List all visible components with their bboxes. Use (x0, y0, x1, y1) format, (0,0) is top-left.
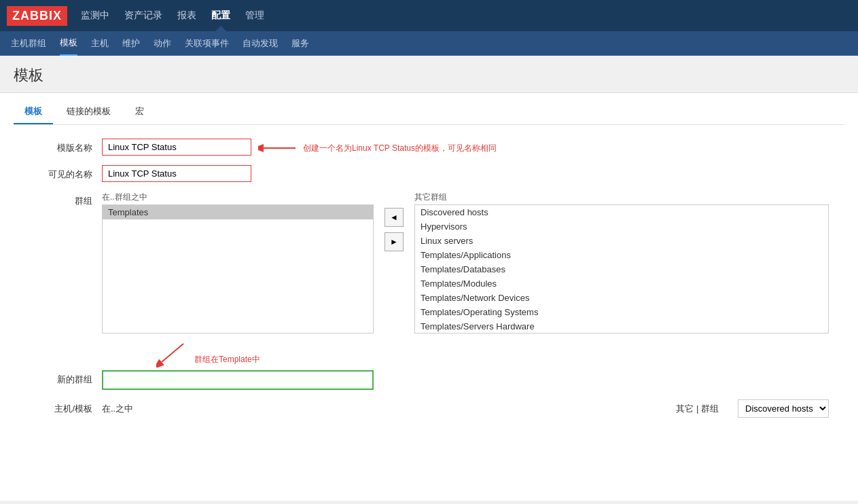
in-group-label: 在..群组之中 (102, 192, 374, 203)
svg-line-3 (162, 344, 183, 362)
in-groups-list[interactable]: Templates (102, 204, 374, 334)
template-name-field: 创建一个名为Linux TCP Status的模板，可见名称相同 (102, 139, 829, 156)
annotation-create-template: 创建一个名为Linux TCP Status的模板，可见名称相同 (303, 143, 497, 154)
right-group-templates-network[interactable]: Templates/Network Devices (415, 291, 828, 305)
right-group-templates-apps[interactable]: Templates/Applications (415, 248, 828, 262)
tab-template[interactable]: 模板 (14, 100, 53, 124)
host-template-field: 在..之中 其它 | 群组 Discovered hosts Hyperviso… (102, 399, 829, 418)
nav-assets[interactable]: 资产记录 (124, 10, 162, 22)
new-group-field (102, 370, 374, 390)
annotation-group-template: 群组在Template中 (194, 354, 260, 365)
secnav-templates[interactable]: 模板 (60, 31, 77, 56)
tab-linked-templates[interactable]: 链接的模板 (56, 100, 122, 124)
host-template-label: 主机/模板 (14, 399, 102, 415)
secnav-correlation[interactable]: 关联项事件 (185, 32, 229, 55)
other-group-dropdown[interactable]: Discovered hosts Hypervisors Linux serve… (738, 399, 829, 418)
template-name-label: 模版名称 (14, 139, 102, 154)
visible-name-input[interactable] (102, 165, 251, 182)
tab-macros[interactable]: 宏 (124, 100, 155, 124)
group-list-item-templates[interactable]: Templates (103, 205, 373, 219)
tab-bar: 模板 链接的模板 宏 (14, 93, 844, 125)
group-transfer-buttons: ◄ ► (385, 192, 404, 251)
page-title: 模板 (14, 65, 844, 86)
other-label: 其它 | 群组 (676, 403, 724, 415)
host-template-row: 主机/模板 在..之中 其它 | 群组 Discovered hosts Hyp… (14, 399, 829, 418)
visible-name-row: 可见的名称 (14, 165, 829, 182)
other-group-label: 其它群组 (414, 192, 829, 203)
right-group-templates-os[interactable]: Templates/Operating Systems (415, 305, 828, 319)
new-group-label: 新的群组 (14, 370, 102, 386)
template-name-input[interactable] (102, 139, 251, 156)
page-header: 模板 (0, 56, 858, 93)
new-group-input[interactable] (102, 370, 374, 390)
move-right-button[interactable]: ► (385, 232, 404, 251)
visible-name-label: 可见的名称 (14, 165, 102, 181)
top-navigation: ZABBIX 监测中 资产记录 报表 配置 管理 (0, 0, 858, 31)
in-label: 在..之中 (102, 403, 133, 415)
red-arrow-group-annotation (156, 340, 190, 367)
secnav-maintenance[interactable]: 维护 (122, 32, 140, 55)
secnav-services[interactable]: 服务 (291, 32, 309, 55)
right-group-discovered[interactable]: Discovered hosts (415, 205, 828, 219)
move-left-button[interactable]: ◄ (385, 208, 404, 227)
right-group-templates-servers[interactable]: Templates/Servers Hardware (415, 319, 828, 334)
secnav-hostgroups[interactable]: 主机群组 (11, 32, 46, 55)
other-groups-list[interactable]: Discovered hosts Hypervisors Linux serve… (414, 204, 829, 334)
secondary-navigation: 主机群组 模板 主机 维护 动作 关联项事件 自动发现 服务 (0, 31, 858, 56)
nav-monitoring[interactable]: 监测中 (81, 10, 109, 22)
new-group-row: 新的群组 (14, 370, 829, 390)
group-label: 群组 (14, 192, 102, 207)
form: 模版名称 创建一个名为Linux TCP Status的模板，可见名称相同 (14, 139, 829, 418)
right-group-templates-modules[interactable]: Templates/Modules (415, 276, 828, 291)
nav-config[interactable]: 配置 (211, 10, 230, 22)
secnav-autodiscovery[interactable]: 自动发现 (243, 32, 278, 55)
right-group-hypervisors[interactable]: Hypervisors (415, 219, 828, 234)
visible-name-field (102, 165, 829, 182)
right-group-templates-db[interactable]: Templates/Databases (415, 262, 828, 276)
content-area: 模板 链接的模板 宏 模版名称 (0, 93, 858, 501)
groups-row: 群组 在..群组之中 Templates (14, 192, 829, 334)
top-nav-items: 监测中 资产记录 报表 配置 管理 (81, 10, 279, 22)
nav-reports[interactable]: 报表 (177, 10, 196, 22)
red-arrow-annotation (258, 141, 299, 155)
logo: ZABBIX (7, 6, 67, 26)
secnav-hosts[interactable]: 主机 (91, 32, 109, 55)
template-name-row: 模版名称 创建一个名为Linux TCP Status的模板，可见名称相同 (14, 139, 829, 156)
secnav-actions[interactable]: 动作 (154, 32, 171, 55)
groups-field: 在..群组之中 Templates (102, 192, 829, 334)
right-group-linux[interactable]: Linux servers (415, 234, 828, 248)
nav-admin[interactable]: 管理 (245, 10, 264, 22)
